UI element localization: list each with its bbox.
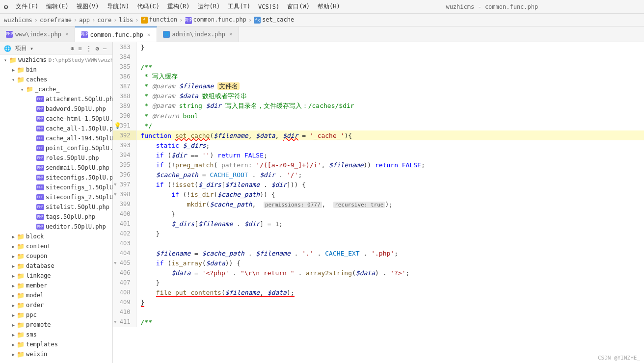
menu-vcs[interactable]: VCS(S) xyxy=(254,0,283,13)
tree-weixin[interactable]: ▶ 📁 weixin xyxy=(0,349,112,359)
siteconfigs1-label: siteconfigs_1.5OplU.php xyxy=(46,184,113,191)
code-405: if (is_array($data)) { xyxy=(136,258,644,268)
content-label: content xyxy=(26,243,51,250)
menu-help[interactable]: 帮助(H) xyxy=(314,0,344,13)
sidebar-minimize-icon[interactable]: — xyxy=(103,45,107,52)
tree-file-cache-all-194[interactable]: PHP cache_all-194.5OplU.php xyxy=(0,133,112,143)
tree-file-siteconfigs-1[interactable]: PHP siteconfigs_1.5OplU.php xyxy=(0,182,112,192)
php-icon-cache-html: PHP xyxy=(36,115,44,123)
tree-sms[interactable]: ▶ 📁 sms xyxy=(0,330,112,339)
menu-edit[interactable]: 编辑(E) xyxy=(42,0,73,13)
code-391: */ xyxy=(136,121,644,130)
ppc-label: ppc xyxy=(26,311,37,318)
line-num-390: 390 xyxy=(113,111,136,121)
sidebar-tool-2[interactable]: ≡ xyxy=(78,45,81,52)
tree-file-ueditor[interactable]: PHP ueditor.5OplU.php xyxy=(0,222,112,232)
tab-label-3: admin\index.php xyxy=(172,31,225,38)
menu-tools[interactable]: 工具(T) xyxy=(224,0,254,13)
sidebar-tool-1[interactable]: ⊕ xyxy=(71,45,74,52)
code-401: $_dirs[$filename . $dir] = 1; xyxy=(136,219,644,229)
php-icon-tags: PHP xyxy=(36,213,44,221)
tree-file-cache-html[interactable]: PHP cache-html-1.5OplU.php xyxy=(0,114,112,124)
php-icon-cache-all-194: PHP xyxy=(36,134,44,142)
tree-order[interactable]: ▶ 📁 order xyxy=(0,300,112,310)
menu-view[interactable]: 视图(V) xyxy=(73,0,103,13)
tab-admin-index[interactable]: 🌐 admin\index.php ✕ xyxy=(157,26,239,42)
tree-cache-underscore[interactable]: ▾ 📁 _cache_ xyxy=(0,84,112,94)
menu-refactor[interactable]: 重构(R) xyxy=(163,0,194,13)
tree-caches[interactable]: ▾ 📁 caches xyxy=(0,75,112,84)
breadcrumb-wuzhicms[interactable]: wuzhicms xyxy=(4,17,32,24)
tree-promote[interactable]: ▶ 📁 promote xyxy=(0,320,112,330)
line-404: 404 $filename = $cache_path . $filename … xyxy=(113,248,644,258)
tree-coupon[interactable]: ▶ 📁 coupon xyxy=(0,251,112,261)
block-icon: 📁 xyxy=(17,233,25,240)
breadcrumb-app[interactable]: app xyxy=(79,17,90,24)
breadcrumb-core[interactable]: core xyxy=(97,17,111,24)
menu-file[interactable]: 文件(F) xyxy=(12,0,42,13)
tree-linkage[interactable]: ▶ 📁 linkage xyxy=(0,271,112,281)
menu-code[interactable]: 代码(C) xyxy=(133,0,163,13)
tab-close-2[interactable]: ✕ xyxy=(147,31,151,38)
database-icon: 📁 xyxy=(17,262,25,270)
tree-file-sendmail[interactable]: PHP sendmail.5OplU.php xyxy=(0,163,112,173)
line-401: 401 $_dirs[$filename . $dir] = 1; xyxy=(113,219,644,229)
sidebar-tool-3[interactable]: ⋮ xyxy=(86,45,92,52)
sep1: › xyxy=(34,17,38,24)
code-editor[interactable]: 383 } 384 385 /** 386 * 写入缓存 387 * @ xyxy=(113,42,644,363)
php-icon-siteconfigs: PHP xyxy=(36,174,44,182)
breadcrumb-coreframe[interactable]: coreframe xyxy=(40,17,72,24)
tree-file-siteconfigs-2[interactable]: PHP siteconfigs_2.5OplU.php xyxy=(0,192,112,202)
tree-templates[interactable]: ▶ 📁 templates xyxy=(0,339,112,349)
tree-block[interactable]: ▶ 📁 block xyxy=(0,232,112,241)
tab-close-1[interactable]: ✕ xyxy=(65,31,69,37)
tree-file-point-config[interactable]: PHP point_config.5OplU.php xyxy=(0,143,112,153)
tree-ppc[interactable]: ▶ 📁 ppc xyxy=(0,310,112,320)
line-410: 410 xyxy=(113,307,644,317)
line-num-391: 391 💡 xyxy=(113,121,136,130)
breadcrumb-libs[interactable]: libs xyxy=(119,17,133,24)
tree-content[interactable]: ▶ 📁 content xyxy=(0,241,112,251)
breadcrumb-set-cache[interactable]: fxset_cache xyxy=(254,16,294,24)
tree-file-tags[interactable]: PHP tags.5OplU.php xyxy=(0,212,112,222)
main-area: 🌐 项目 ▾ ⊕ ≡ ⋮ ⚙ — ▾ 📁 wuzhicms D:\phpStud… xyxy=(0,42,644,363)
menu-nav[interactable]: 导航(N) xyxy=(103,0,134,13)
tree-root-wuzhicms[interactable]: ▾ 📁 wuzhicms D:\phpStudy\WWW\wuzhicms xyxy=(0,55,112,65)
breadcrumb-function[interactable]: ffunction xyxy=(141,16,178,24)
line-num-407: 407 xyxy=(113,278,136,287)
line-389: 389 * @param string $dir 写入目录名，文件缓存写入：/c… xyxy=(113,101,644,111)
tree-model[interactable]: ▶ 📁 model xyxy=(0,290,112,300)
line-num-401: 401 xyxy=(113,219,136,229)
sidebar-dropdown-icon[interactable]: ▾ xyxy=(30,45,33,52)
menu-window[interactable]: 窗口(W) xyxy=(283,0,314,13)
coupon-label: coupon xyxy=(26,253,47,259)
tree-file-sitelist[interactable]: PHP sitelist.5OplU.php xyxy=(0,202,112,212)
templates-label: templates xyxy=(26,341,58,348)
tree-file-roles[interactable]: PHP roles.5OplU.php xyxy=(0,153,112,163)
tree-file-cache-all-1[interactable]: PHP cache_all-1.5OplU.php xyxy=(0,124,112,133)
code-397: if (!isset($_dirs[$filename . $dir])) { xyxy=(136,180,644,189)
tab-close-3[interactable]: ✕ xyxy=(229,31,233,37)
tree-file-attachment[interactable]: ▶ PHP attachment.5OplU.php xyxy=(0,94,112,104)
code-407: } xyxy=(136,278,644,287)
tree-file-siteconfigs[interactable]: PHP siteconfigs.5OplU.php xyxy=(0,173,112,182)
tab-www-index[interactable]: PHP www\index.php ✕ xyxy=(0,26,75,42)
tab-label-1: www\index.php xyxy=(15,31,61,38)
tree-file-badword[interactable]: PHP badword.5OplU.php xyxy=(0,104,112,114)
sidebar-settings-icon[interactable]: ⚙ xyxy=(96,45,99,52)
breadcrumb-file[interactable]: PHPcommon.func.php xyxy=(185,16,246,24)
tree-bin[interactable]: ▶ 📁 bin xyxy=(0,65,112,75)
tree-database[interactable]: ▶ 📁 database xyxy=(0,261,112,271)
menu-run[interactable]: 运行(R) xyxy=(194,0,224,13)
tab-common-func[interactable]: PHP common.func.php ✕ xyxy=(75,26,157,42)
promote-label: promote xyxy=(26,321,51,328)
sep2: › xyxy=(74,17,77,24)
menu-bar: ⚙ 文件(F) 编辑(E) 视图(V) 导航(N) 代码(C) 重构(R) 运行… xyxy=(0,0,644,14)
cache-all-194-label: cache_all-194.5OplU.php xyxy=(46,135,113,142)
line-397: ▼ 397 if (!isset($_dirs[$filename . $dir… xyxy=(113,180,644,189)
member-icon: 📁 xyxy=(17,282,25,289)
tree-member[interactable]: ▶ 📁 member xyxy=(0,281,112,290)
php-icon-badword: PHP xyxy=(36,105,44,113)
line-409: 409 } xyxy=(113,297,644,307)
line-num-387: 387 xyxy=(113,81,136,91)
